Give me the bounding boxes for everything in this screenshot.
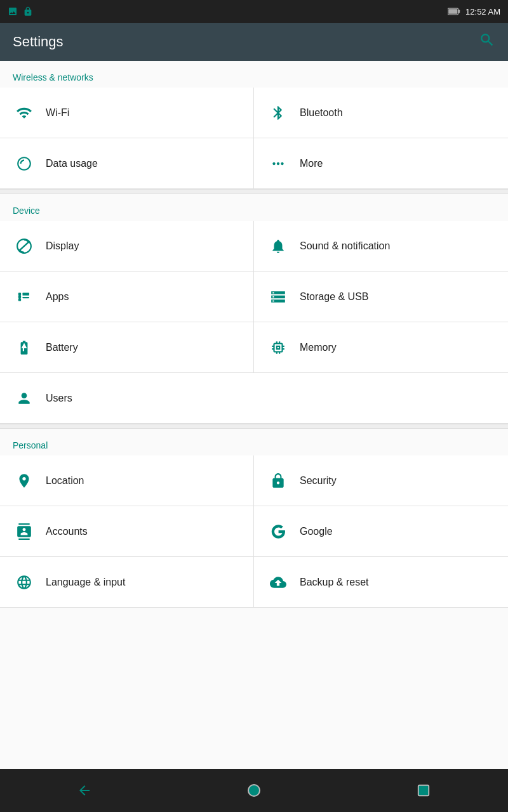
page-title: Settings [13, 34, 64, 50]
settings-item-apps[interactable]: Apps [0, 272, 254, 322]
location-icon [13, 469, 36, 492]
accounts-icon [13, 520, 36, 543]
settings-item-display[interactable]: Display [0, 221, 254, 272]
time-display: 12:52 AM [465, 7, 500, 16]
apps-icon [13, 285, 36, 308]
section-header-personal: Personal [0, 429, 508, 455]
settings-item-bluetooth[interactable]: Bluetooth [254, 88, 508, 138]
display-label: Display [46, 240, 79, 252]
memory-icon [267, 336, 290, 359]
section-header-device: Device [0, 194, 508, 221]
status-bar: 12:52 AM [0, 0, 508, 23]
backup-label: Backup & reset [300, 577, 369, 588]
status-right: 12:52 AM [448, 7, 500, 16]
app-bar: Settings [0, 23, 508, 61]
settings-item-storage[interactable]: Storage & USB [254, 272, 508, 322]
bottom-navigation [0, 769, 508, 812]
users-label: Users [46, 393, 72, 404]
settings-item-more[interactable]: More [254, 138, 508, 189]
settings-item-google[interactable]: Google [254, 506, 508, 557]
accounts-label: Accounts [46, 526, 88, 537]
settings-item-wifi[interactable]: Wi-Fi [0, 88, 254, 138]
security-label: Security [300, 475, 337, 487]
wireless-grid: Wi-Fi Bluetooth Data usage More [0, 88, 508, 189]
settings-content: Wireless & networks Wi-Fi Bluetooth Data… [0, 61, 508, 769]
settings-item-accounts[interactable]: Accounts [0, 506, 254, 557]
svg-rect-1 [458, 10, 460, 13]
device-grid: Display Sound & notification Apps Storag… [0, 221, 508, 424]
wifi-icon [13, 102, 36, 124]
divider-device-personal [0, 424, 508, 429]
svg-rect-4 [418, 785, 429, 796]
more-dots-icon [267, 152, 290, 175]
display-icon [13, 235, 36, 258]
data-usage-icon [13, 152, 36, 175]
home-button[interactable] [235, 771, 273, 809]
settings-item-location[interactable]: Location [0, 455, 254, 506]
status-icons [8, 6, 33, 16]
bluetooth-label: Bluetooth [300, 107, 343, 119]
divider-wireless-device [0, 189, 508, 194]
storage-icon [267, 285, 290, 308]
section-header-wireless: Wireless & networks [0, 61, 508, 88]
more-label: More [300, 158, 323, 169]
personal-grid: Location Security Accounts Google [0, 455, 508, 608]
bell-icon [267, 235, 290, 258]
svg-point-3 [248, 785, 260, 796]
wifi-label: Wi-Fi [46, 107, 69, 119]
search-button[interactable] [479, 32, 495, 52]
sound-label: Sound & notification [300, 240, 390, 252]
location-label: Location [46, 475, 84, 487]
google-label: Google [300, 526, 333, 537]
settings-item-backup[interactable]: Backup & reset [254, 557, 508, 608]
back-button[interactable] [65, 771, 104, 809]
battery-label: Battery [46, 342, 78, 353]
battery-icon [13, 336, 36, 359]
apps-label: Apps [46, 291, 69, 303]
storage-label: Storage & USB [300, 291, 369, 303]
users-icon [13, 387, 36, 410]
settings-item-battery[interactable]: Battery [0, 322, 254, 373]
settings-item-sound[interactable]: Sound & notification [254, 221, 508, 272]
bluetooth-icon [267, 102, 290, 124]
settings-item-security[interactable]: Security [254, 455, 508, 506]
language-label: Language & input [46, 577, 125, 588]
settings-item-memory[interactable]: Memory [254, 322, 508, 373]
svg-rect-2 [448, 9, 457, 14]
data-usage-label: Data usage [46, 158, 98, 169]
backup-icon [267, 571, 290, 594]
memory-label: Memory [300, 342, 337, 353]
language-icon [13, 571, 36, 594]
settings-item-data-usage[interactable]: Data usage [0, 138, 254, 189]
settings-item-language[interactable]: Language & input [0, 557, 254, 608]
security-icon [267, 469, 290, 492]
recents-button[interactable] [404, 771, 443, 809]
google-icon [267, 520, 290, 543]
settings-item-users[interactable]: Users [0, 373, 508, 424]
